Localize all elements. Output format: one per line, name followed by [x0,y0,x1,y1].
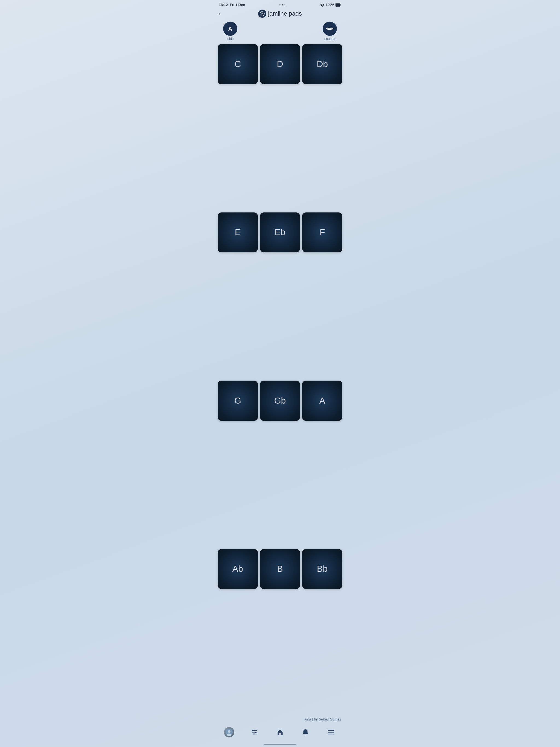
status-time: 18:12 Fri 1 Dec [219,3,245,7]
status-indicators: 100% [320,3,341,7]
menu-icon [327,729,334,736]
sliders-icon [251,729,258,736]
slide-initial: A [228,26,232,32]
controls-row: A slide sounds [214,21,346,44]
pad-db[interactable]: Db [302,44,342,84]
sounds-label: sounds [325,37,335,41]
nav-sliders[interactable] [249,726,261,738]
battery-icon [335,3,341,6]
pad-b[interactable]: B [260,549,300,589]
pad-gb[interactable]: Gb [260,381,300,421]
home-indicator [263,744,297,745]
slide-circle[interactable]: A [223,22,237,36]
pad-f[interactable]: F [302,212,342,253]
slide-control[interactable]: A slide [223,22,237,41]
bell-icon [302,729,309,736]
nav-bell[interactable] [299,726,311,738]
sounds-control[interactable]: sounds [323,22,337,41]
pad-e[interactable]: E [218,212,258,253]
slide-label: slide [227,37,234,41]
nav-home[interactable] [274,726,286,738]
pad-a[interactable]: A [302,381,342,421]
wifi-icon [320,3,325,6]
pad-ab[interactable]: Ab [218,549,258,589]
status-bar: 18:12 Fri 1 Dec 100% [214,0,346,8]
nav-avatar[interactable] [223,726,235,738]
nav-menu[interactable] [325,726,337,738]
svg-point-4 [228,730,230,733]
logo-text-pads: pads [289,10,302,17]
sounds-circle[interactable] [323,22,337,36]
credit-name: alba [304,717,311,721]
waveform-icon [326,26,333,31]
pad-grid: CDDbEEbFGGbAAbBBb [214,44,346,715]
logo-icon [258,9,266,18]
credit: alba | by Sebas Gomez [214,715,346,723]
logo: jamline pads [258,9,302,18]
status-dots [279,4,285,5]
svg-point-10 [255,732,256,733]
pad-d[interactable]: D [260,44,300,84]
pad-eb[interactable]: Eb [260,212,300,253]
svg-point-9 [253,730,254,731]
pad-bb[interactable]: Bb [302,549,342,589]
avatar-icon [226,729,233,736]
logo-svg [260,11,265,16]
svg-rect-12 [279,733,281,735]
home-icon [276,729,284,736]
svg-point-11 [253,733,255,735]
back-button[interactable]: ‹ [218,10,221,18]
credit-author: by Sebas Gomez [314,717,341,721]
logo-text-jamline: jamline [268,10,287,17]
bottom-nav [214,723,346,744]
svg-rect-1 [336,4,340,6]
avatar [224,727,234,738]
battery-label: 100% [326,3,334,7]
pad-c[interactable]: C [218,44,258,84]
pad-g[interactable]: G [218,381,258,421]
header: ‹ jamline pads [214,8,346,21]
